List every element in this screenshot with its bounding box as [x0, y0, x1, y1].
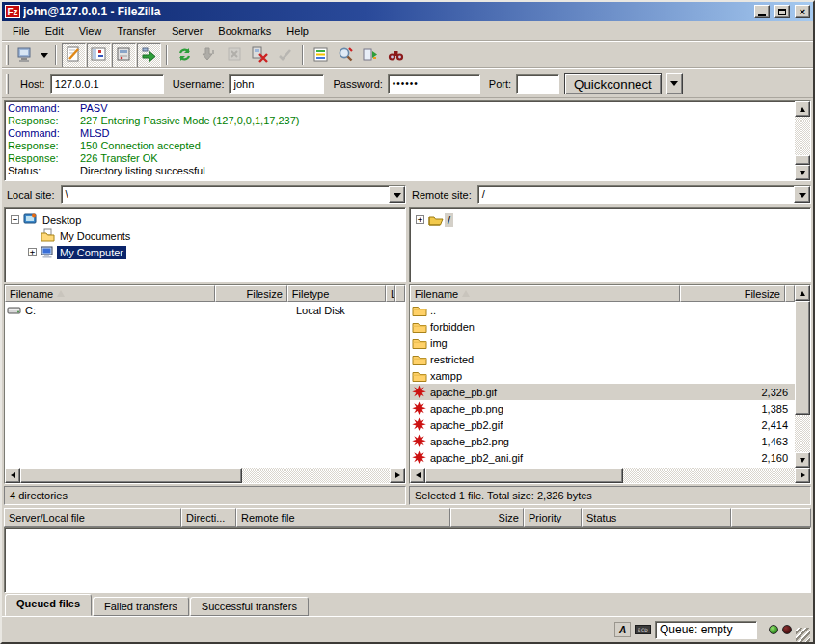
menu-item-transfer[interactable]: Transfer — [109, 22, 164, 40]
indicator-badge-icon[interactable]: SCD — [635, 625, 651, 634]
column-header-filesize[interactable]: Filesize — [680, 285, 785, 302]
tree-expander-minus[interactable]: − — [11, 215, 19, 224]
local-tree-item[interactable]: −Desktop — [5, 211, 405, 228]
column-header-l[interactable]: L — [386, 285, 395, 302]
local-filetype: Local Disk — [296, 305, 345, 316]
column-header-size[interactable]: Size — [450, 508, 524, 527]
scroll-thumb[interactable] — [425, 468, 623, 483]
username-input[interactable]: john — [229, 74, 324, 94]
menu-item-bookmarks[interactable]: Bookmarks — [210, 22, 279, 40]
remote-file-row[interactable]: apache_pb.png1,385 — [410, 400, 795, 416]
disconnect-button[interactable] — [248, 43, 272, 67]
log-vertical-scrollbar[interactable] — [795, 101, 810, 180]
port-input[interactable] — [516, 74, 559, 94]
toggle-transfer-queue-button[interactable] — [137, 43, 161, 67]
scroll-up-button[interactable] — [795, 285, 810, 301]
password-input[interactable]: •••••• — [388, 74, 480, 94]
remote-cell-filesize: 2,414 — [687, 416, 794, 433]
remote-file-row[interactable]: apache_pb2_ani.gif2,160 — [410, 449, 795, 466]
menu-item-file[interactable]: File — [5, 22, 38, 40]
column-header-server-local-file[interactable]: Server/Local file — [4, 508, 181, 527]
local-site-dropdown-button[interactable] — [389, 186, 405, 203]
remote-site-value[interactable]: / — [478, 186, 794, 203]
menu-item-view[interactable]: View — [71, 22, 110, 40]
local-file-row[interactable]: C:Local Disk — [5, 302, 405, 318]
scroll-track[interactable] — [795, 415, 810, 452]
local-tree-item[interactable]: My Documents — [5, 228, 405, 244]
local-site-combobox[interactable]: \ — [61, 185, 406, 204]
local-pane: Local site: \ −DesktopMy Documents+My Co… — [4, 184, 406, 505]
column-header-filetype[interactable]: Filetype — [287, 285, 386, 302]
log-entry-text: 150 Connection accepted — [80, 140, 201, 152]
tree-expander-plus[interactable]: + — [416, 215, 424, 224]
scroll-track[interactable] — [623, 468, 795, 483]
maximize-button[interactable] — [774, 5, 790, 18]
remote-horizontal-scrollbar[interactable] — [410, 468, 810, 483]
tab-queued-files[interactable]: Queued files — [5, 594, 92, 616]
remote-file-row[interactable]: apache_pb2.gif2,414 — [410, 416, 795, 433]
menu-item-edit[interactable]: Edit — [38, 22, 71, 40]
remote-list-body: ..forbiddenimgrestrictedxamppapache_pb.g… — [410, 302, 795, 468]
quickconnect-button[interactable]: Quickconnect — [564, 73, 662, 94]
column-header-filename[interactable]: Filename — [5, 285, 215, 302]
remote-file-row[interactable]: restricted — [410, 351, 795, 367]
host-input[interactable]: 127.0.0.1 — [50, 74, 164, 94]
column-header-priority[interactable]: Priority — [524, 508, 582, 527]
quickconnect-dropdown-button[interactable] — [666, 73, 683, 94]
toggle-message-log-button[interactable] — [62, 43, 86, 67]
synchronized-browsing-button[interactable] — [359, 43, 383, 67]
local-tree-item[interactable]: +My Computer — [5, 244, 405, 260]
menu-item-server[interactable]: Server — [164, 22, 210, 40]
scroll-track[interactable] — [795, 117, 810, 155]
menu-item-help[interactable]: Help — [279, 22, 316, 40]
remote-file-row[interactable]: .. — [410, 302, 795, 318]
remote-file-row[interactable]: forbidden — [410, 318, 795, 335]
local-cell-name: C: — [5, 302, 219, 318]
tree-expander-plus[interactable]: + — [28, 248, 37, 256]
site-manager-dropdown-button[interactable] — [38, 43, 50, 67]
remote-site-dropdown-button[interactable] — [794, 186, 810, 203]
tab-successful-transfers[interactable]: Successful transfers — [190, 597, 309, 616]
scroll-down-button[interactable] — [795, 165, 810, 180]
directory-comparison-button[interactable] — [334, 43, 358, 67]
tab-failed-transfers[interactable]: Failed transfers — [93, 597, 189, 616]
column-header-filename[interactable]: Filename — [410, 285, 680, 302]
remote-site-combobox[interactable]: / — [477, 185, 811, 204]
scroll-track[interactable] — [242, 468, 390, 483]
toggle-local-tree-button[interactable] — [87, 43, 111, 67]
remote-file-row[interactable]: apache_pb.gif2,326 — [410, 384, 795, 400]
process-queue-icon — [201, 45, 219, 66]
transfer-type-indicator-icon[interactable]: A — [614, 622, 631, 637]
refresh-button[interactable] — [173, 43, 197, 67]
column-header-directi-[interactable]: Directi... — [181, 508, 236, 527]
close-button[interactable]: × — [795, 5, 810, 18]
remote-file-row[interactable]: xampp — [410, 367, 795, 384]
minimize-button[interactable] — [754, 5, 770, 18]
scroll-left-button[interactable] — [410, 468, 425, 483]
remote-tree-item[interactable]: +/ — [410, 211, 810, 228]
scroll-thumb[interactable] — [795, 301, 810, 415]
scroll-right-button[interactable] — [390, 468, 405, 483]
column-header-remote-file[interactable]: Remote file — [236, 508, 450, 527]
remote-vertical-scrollbar[interactable] — [795, 285, 810, 468]
remote-file-row[interactable]: apache_pb2.png1,463 — [410, 433, 795, 449]
site-manager-button[interactable] — [13, 43, 37, 67]
scroll-thumb[interactable] — [795, 155, 810, 165]
resize-grip[interactable] — [796, 628, 810, 642]
quickconnect-grip — [6, 74, 9, 94]
column-header-status[interactable]: Status — [582, 508, 731, 527]
folder-icon — [412, 304, 427, 317]
column-header-filesize[interactable]: Filesize — [215, 285, 287, 302]
toggle-remote-tree-button[interactable] — [112, 43, 136, 67]
directory-listing-filters-button[interactable] — [309, 43, 333, 67]
scroll-left-button[interactable] — [5, 468, 20, 483]
remote-file-row[interactable]: img — [410, 335, 795, 351]
local-horizontal-scrollbar[interactable] — [5, 468, 405, 483]
scroll-down-button[interactable] — [795, 452, 810, 468]
tree-item-label: My Computer — [57, 246, 126, 259]
find-files-button[interactable] — [384, 43, 408, 67]
scroll-up-button[interactable] — [795, 101, 810, 117]
local-site-value[interactable]: \ — [62, 186, 389, 203]
scroll-thumb[interactable] — [20, 468, 242, 483]
scroll-right-button[interactable] — [795, 468, 810, 483]
